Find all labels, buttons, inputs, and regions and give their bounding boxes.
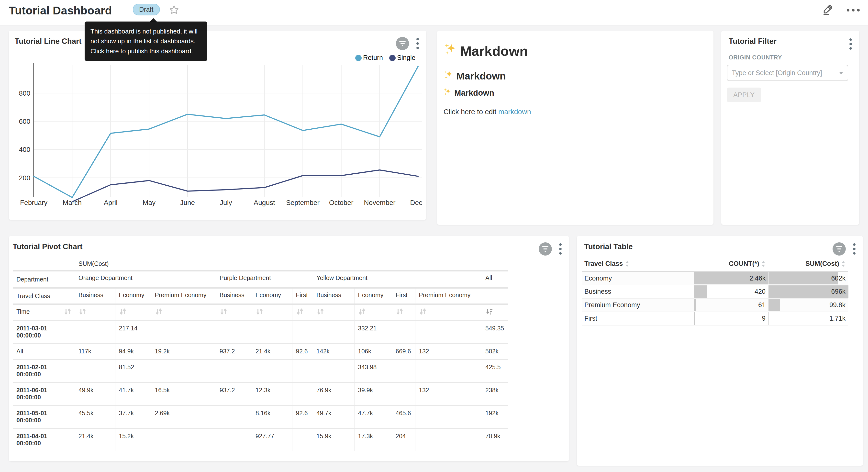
- sort-icon[interactable]: [220, 308, 227, 316]
- markdown-card: Markdown Markdown Markdown: [437, 31, 713, 225]
- pivot-group-header: Orange Department: [75, 271, 216, 288]
- pivot-chart-title: Tutorial Pivot Chart: [13, 242, 83, 251]
- pivot-cell: [216, 359, 252, 382]
- pivot-cell: 49.9k: [75, 382, 115, 405]
- table-cell-count: 9: [694, 312, 768, 325]
- markdown-heading-3: Markdown: [443, 87, 494, 98]
- pivot-cell: 92.6: [292, 343, 313, 359]
- dashboard-page: Tutorial Dashboard Draft This dashboard …: [0, 0, 868, 472]
- pivot-cell: [216, 428, 252, 451]
- chart-filter-icon[interactable]: [396, 37, 409, 50]
- pivot-cell: [415, 320, 482, 343]
- edit-pencil-icon[interactable]: [822, 4, 834, 17]
- chart-filter-icon[interactable]: [833, 242, 846, 256]
- legend-item-return[interactable]: Return: [355, 54, 383, 62]
- apply-button[interactable]: APPLY: [727, 88, 761, 102]
- pivot-sort-header[interactable]: [415, 304, 482, 321]
- chart-kebab-menu-icon[interactable]: [559, 242, 562, 256]
- x-axis-tick-label: June: [180, 199, 195, 206]
- pivot-column-header: Business: [313, 288, 354, 304]
- pivot-cell: 81.52: [115, 359, 151, 382]
- pivot-cell: 937.2: [216, 382, 252, 405]
- legend-item-single[interactable]: Single: [389, 54, 415, 62]
- pivot-cell: 70.9k: [482, 428, 508, 451]
- pivot-sort-header[interactable]: [313, 304, 354, 321]
- x-axis-tick-label: Dece: [410, 199, 422, 206]
- table-column-header[interactable]: Travel Class: [582, 257, 694, 271]
- pivot-cell: 238k: [482, 382, 508, 405]
- pivot-row: 2011-02-01 00:00:0081.52343.98425.5: [13, 359, 508, 382]
- table-cell-sum: 1.71k: [768, 312, 848, 325]
- sort-icon[interactable]: [358, 308, 366, 316]
- pivot-cell: [216, 320, 252, 343]
- sort-descending-icon[interactable]: [485, 308, 493, 316]
- cell-bar: [769, 299, 780, 311]
- sort-icon[interactable]: [155, 308, 163, 316]
- pivot-cell: [292, 359, 313, 382]
- chart-kebab-menu-icon[interactable]: [416, 37, 419, 50]
- line-chart-card: Tutorial Line Chart ReturnSingle 2004006…: [9, 31, 426, 220]
- pivot-row-label: 2011-04-01 00:00:00: [13, 428, 75, 451]
- pivot-sort-header[interactable]: [354, 304, 392, 321]
- origin-country-select[interactable]: Type or Select [Origin Country]: [727, 65, 848, 81]
- sort-icon[interactable]: [64, 308, 71, 316]
- line-chart-title: Tutorial Line Chart: [15, 37, 82, 46]
- favorite-star-icon[interactable]: [169, 4, 180, 15]
- sort-icon[interactable]: [255, 308, 264, 316]
- sort-icon[interactable]: [419, 308, 427, 316]
- sort-icon[interactable]: [119, 308, 127, 316]
- pivot-sort-header[interactable]: [216, 304, 252, 321]
- pivot-sort-header[interactable]: [482, 304, 508, 321]
- y-axis-tick-label: 200: [19, 174, 30, 182]
- table-row: Business420696k: [582, 285, 848, 298]
- table-column-header[interactable]: COUNT(*): [694, 257, 768, 271]
- sort-icon[interactable]: [296, 308, 304, 316]
- pivot-sort-header[interactable]: [115, 304, 151, 321]
- pivot-cell: 204: [392, 428, 415, 451]
- x-axis-tick-label: April: [104, 199, 117, 206]
- pivot-cell: 94.9k: [115, 343, 151, 359]
- x-axis-tick-label: November: [364, 199, 395, 206]
- sort-caret-icon: [761, 261, 766, 267]
- tooltip-text: This dashboard is not published, it will…: [90, 28, 197, 55]
- x-axis-tick-label: February: [20, 199, 48, 206]
- pivot-department-label: Department: [13, 271, 75, 288]
- pivot-cell: 92.6: [292, 405, 313, 428]
- pivot-cell: [151, 359, 216, 382]
- table-cell-travel-class: Business: [582, 285, 694, 298]
- pivot-cell: [151, 428, 216, 451]
- legend-dot: [389, 55, 396, 61]
- filter-kebab-menu-icon[interactable]: [849, 37, 852, 51]
- table-column-header[interactable]: SUM(Cost): [768, 257, 848, 271]
- sort-icon[interactable]: [396, 308, 403, 316]
- pivot-sort-header[interactable]: [392, 304, 415, 321]
- pivot-sort-header[interactable]: [292, 304, 313, 321]
- pivot-cell: 132: [415, 382, 482, 405]
- sort-icon[interactable]: [79, 308, 86, 316]
- more-options-icon[interactable]: [847, 3, 860, 17]
- pivot-measure-header: SUM(Cost): [75, 257, 508, 271]
- edit-markdown-link[interactable]: markdown: [498, 108, 531, 116]
- cell-bar: [694, 312, 695, 325]
- x-axis-tick-label: March: [63, 199, 82, 206]
- pivot-column-header: Economy: [354, 288, 392, 304]
- pivot-sort-header[interactable]: [75, 304, 115, 321]
- series-line-single[interactable]: [72, 170, 418, 202]
- draft-status-badge[interactable]: Draft: [133, 4, 160, 16]
- pivot-row: 2011-06-01 00:00:0049.9k41.7k16.5k937.21…: [13, 382, 508, 405]
- pivot-chart-card: Tutorial Pivot Chart SUM(Cost)Department…: [9, 236, 569, 461]
- pivot-cell: 47.7k: [354, 405, 392, 428]
- pivot-cell: 19.2k: [151, 343, 216, 359]
- chart-filter-icon[interactable]: [539, 242, 552, 256]
- chevron-down-icon: [839, 72, 843, 75]
- sort-icon[interactable]: [316, 308, 324, 316]
- pivot-cell: 17.3k: [354, 428, 392, 451]
- chart-kebab-menu-icon[interactable]: [853, 242, 856, 256]
- y-axis-tick-label: 400: [19, 146, 30, 153]
- select-placeholder: Type or Select [Origin Country]: [732, 69, 839, 77]
- tooltip-arrow: [150, 18, 157, 22]
- pivot-sort-header[interactable]: [151, 304, 216, 321]
- page-title: Tutorial Dashboard: [9, 4, 112, 17]
- table-card-title: Tutorial Table: [584, 242, 633, 251]
- pivot-sort-header[interactable]: [252, 304, 292, 321]
